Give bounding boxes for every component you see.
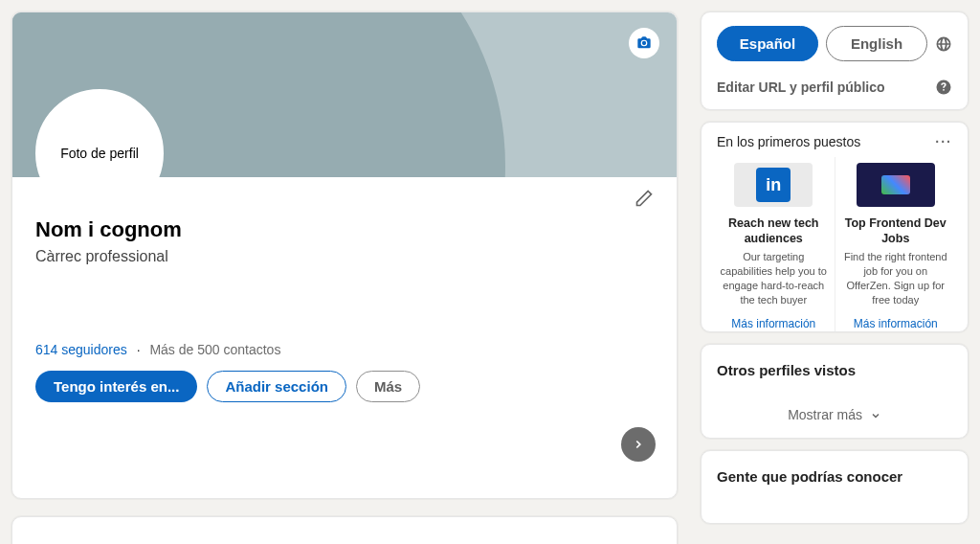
promo-header-text: En los primeros puestos — [717, 134, 860, 149]
lang-es-pill[interactable]: Español — [717, 26, 818, 61]
promo-title: Top Frontend Dev Jobs — [841, 216, 951, 246]
profile-role: Càrrec professional — [35, 248, 654, 265]
promo-desc: Find the right frontend job for you on O… — [841, 250, 951, 306]
more-button[interactable]: Más — [356, 371, 420, 402]
lang-en-pill[interactable]: English — [826, 26, 927, 61]
promo-item[interactable]: in Reach new tech audiences Our targetin… — [713, 157, 835, 332]
show-more-button[interactable]: Mostrar más — [702, 396, 968, 438]
promo-link[interactable]: Más información — [731, 317, 815, 332]
edit-profile-button[interactable] — [631, 185, 657, 212]
promo-link[interactable]: Más información — [854, 317, 938, 332]
secondary-card — [11, 516, 678, 544]
profile-name: Nom i cognom — [35, 217, 654, 242]
edit-cover-button[interactable] — [629, 28, 659, 58]
promo-desc: Our targeting capabilities help you to e… — [719, 250, 829, 306]
promo-thumb-linkedin: in — [734, 163, 813, 207]
promo-title: Reach new tech audiences — [719, 216, 829, 246]
other-profiles-card: Otros perfiles vistos Mostrar más — [701, 344, 969, 439]
suggestions-carousel — [35, 419, 654, 471]
carousel-next-button[interactable] — [621, 427, 656, 462]
avatar[interactable]: Foto de perfil — [35, 89, 164, 217]
linkedin-icon: in — [756, 168, 791, 202]
camera-icon — [636, 35, 652, 51]
avatar-label: Foto de perfil — [60, 146, 139, 161]
add-section-button[interactable]: Añadir sección — [207, 371, 346, 402]
profile-card: Foto de perfil Nom i cognom Càrrec profe… — [11, 11, 678, 499]
interest-button[interactable]: Tengo interés en... — [35, 371, 197, 402]
edit-url-link[interactable]: Editar URL y perfil público — [717, 79, 885, 95]
promo-menu-button[interactable]: ··· — [935, 134, 952, 149]
settings-card: Español English Editar URL y perfil públ… — [701, 11, 969, 110]
chevron-right-icon — [632, 438, 645, 451]
promo-thumb-offerzen — [857, 163, 935, 207]
globe-icon — [935, 35, 952, 53]
pencil-icon — [635, 189, 654, 208]
followers-link[interactable]: 614 seguidores — [35, 342, 127, 357]
other-profiles-title: Otros perfiles vistos — [717, 362, 952, 378]
promoted-card: En los primeros puestos ··· in Reach new… — [701, 122, 969, 332]
people-know-title: Gente que podrías conocer — [717, 468, 952, 485]
help-icon[interactable] — [935, 79, 952, 96]
contacts-text: Más de 500 contactos — [149, 342, 280, 357]
profile-stats: 614 seguidores · Más de 500 contactos — [35, 342, 654, 357]
chevron-down-icon — [870, 410, 881, 421]
people-you-may-know-card: Gente que podrías conocer — [701, 450, 969, 524]
promo-item[interactable]: Top Frontend Dev Jobs Find the right fro… — [835, 157, 957, 332]
